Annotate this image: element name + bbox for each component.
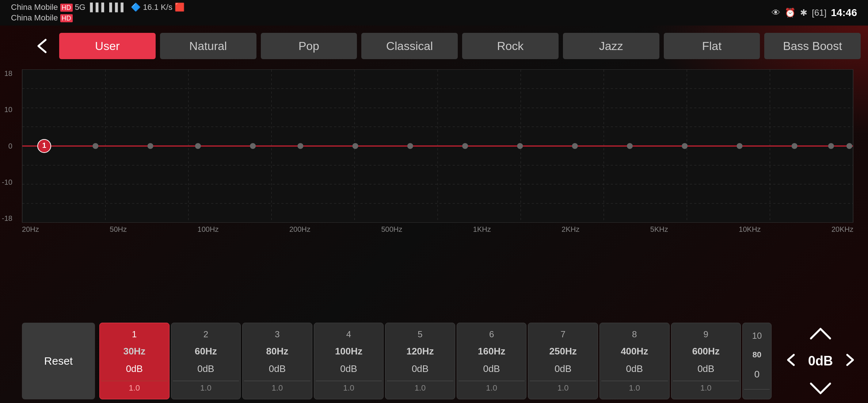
y-label-neg10: -10 — [2, 178, 12, 187]
band-10[interactable]: 10 80 0 — [742, 323, 772, 399]
band-4-q: 1.0 — [316, 381, 382, 393]
svg-point-31 — [627, 143, 633, 149]
band-9-q: 1.0 — [673, 381, 739, 393]
band-8-q: 1.0 — [601, 381, 668, 393]
band-3[interactable]: 3 80Hz 0dB 1.0 — [242, 323, 312, 399]
x-label-500hz: 500Hz — [381, 225, 402, 234]
back-button[interactable] — [29, 33, 55, 59]
y-label-neg18: -18 — [2, 214, 12, 223]
band-7[interactable]: 7 250Hz 0dB 1.0 — [528, 323, 598, 399]
band-2-db: 0dB — [197, 363, 214, 375]
band-7-num: 7 — [560, 329, 565, 339]
svg-point-34 — [792, 143, 797, 149]
band-1[interactable]: 1 30Hz 0dB 1.0 — [99, 323, 170, 399]
tab-bass-boost[interactable]: Bass Boost — [764, 33, 861, 59]
decrease-db-button[interactable] — [806, 377, 835, 399]
eq-chart-container: 18 10 0 -10 -18 — [22, 69, 853, 223]
svg-point-29 — [517, 143, 523, 149]
band-4[interactable]: 4 100Hz 0dB 1.0 — [314, 323, 384, 399]
x-label-100hz: 100Hz — [198, 225, 219, 234]
carrier1-label: China Mobile HD 5G ▌▌▌ ▌▌▌ 🔷 16.1 K/s 🟥 — [11, 2, 184, 13]
band-5-num: 5 — [418, 329, 422, 339]
svg-text:1: 1 — [42, 141, 46, 149]
band-6-num: 6 — [489, 329, 494, 339]
band-4-num: 4 — [346, 329, 351, 339]
x-label-50hz: 50Hz — [110, 225, 127, 234]
tab-natural[interactable]: Natural — [160, 33, 256, 59]
band-8-num: 8 — [632, 329, 637, 339]
band-9-num: 9 — [704, 329, 708, 339]
eye-icon: 👁 — [772, 8, 780, 18]
band-5-freq: 120Hz — [406, 346, 434, 357]
carrier2-label: China Mobile HD — [11, 13, 184, 23]
band-9-freq: 600Hz — [692, 346, 720, 357]
right-controls: 0dB — [773, 319, 868, 403]
svg-point-35 — [828, 143, 834, 149]
next-band-button[interactable] — [841, 352, 859, 370]
y-label-10: 10 — [2, 105, 12, 114]
svg-point-30 — [572, 143, 578, 149]
bluetooth-icon: ✱ — [800, 8, 807, 18]
band-9[interactable]: 9 600Hz 0dB 1.0 — [671, 323, 741, 399]
band-6-freq: 160Hz — [478, 346, 505, 357]
svg-point-24 — [250, 143, 256, 149]
x-label-5khz: 5KHz — [650, 225, 668, 234]
increase-db-button[interactable] — [806, 323, 835, 345]
y-axis-labels: 18 10 0 -10 -18 — [2, 69, 12, 223]
tab-classical[interactable]: Classical — [361, 33, 458, 59]
reset-button[interactable]: Reset — [22, 323, 95, 399]
status-right: 👁 ⏰ ✱ [61] 14:46 — [772, 7, 857, 19]
carrier-info: China Mobile HD 5G ▌▌▌ ▌▌▌ 🔷 16.1 K/s 🟥 … — [11, 2, 184, 23]
current-db-display: 0dB — [806, 353, 835, 369]
band-2-q: 1.0 — [173, 381, 239, 393]
tab-user[interactable]: User — [59, 33, 156, 59]
band-6[interactable]: 6 160Hz 0dB 1.0 — [457, 323, 527, 399]
band-10-num: 10 — [752, 331, 762, 341]
tab-flat[interactable]: Flat — [664, 33, 760, 59]
svg-point-28 — [462, 143, 468, 149]
alarm-icon: ⏰ — [785, 8, 796, 18]
x-label-20hz: 20Hz — [22, 225, 39, 234]
svg-point-33 — [736, 143, 742, 149]
band-8[interactable]: 8 400Hz 0dB 1.0 — [599, 323, 670, 399]
band-8-freq: 400Hz — [621, 346, 648, 357]
band-3-num: 3 — [275, 329, 279, 339]
db-display-row: 0dB — [782, 352, 859, 370]
x-axis-labels: 20Hz 50Hz 100Hz 200Hz 500Hz 1KHz 2KHz 5K… — [22, 225, 853, 234]
tab-pop[interactable]: Pop — [261, 33, 357, 59]
svg-point-26 — [353, 143, 358, 149]
band-10-db: 0 — [754, 369, 760, 380]
tab-rock[interactable]: Rock — [462, 33, 559, 59]
y-label-0: 0 — [2, 142, 12, 150]
svg-point-22 — [148, 143, 153, 149]
time-display: 14:46 — [831, 7, 857, 19]
band-2[interactable]: 2 60Hz 0dB 1.0 — [171, 323, 241, 399]
eq-chart[interactable]: 1 — [22, 69, 853, 223]
band-7-q: 1.0 — [530, 381, 596, 393]
band-2-freq: 60Hz — [195, 346, 217, 357]
band-7-db: 0dB — [555, 363, 571, 375]
tab-jazz[interactable]: Jazz — [563, 33, 659, 59]
band-3-freq: 80Hz — [266, 346, 289, 357]
band-5-db: 0dB — [412, 363, 429, 375]
prev-band-button[interactable] — [782, 352, 800, 370]
band-2-num: 2 — [203, 329, 208, 339]
status-bar: China Mobile HD 5G ▌▌▌ ▌▌▌ 🔷 16.1 K/s 🟥 … — [0, 0, 868, 26]
band-5-q: 1.0 — [387, 381, 453, 393]
x-label-1khz: 1KHz — [473, 225, 491, 234]
band-3-db: 0dB — [269, 363, 286, 375]
battery-indicator: [61] — [812, 8, 826, 18]
band-1-num: 1 — [132, 329, 137, 339]
band-1-q: 1.0 — [101, 381, 168, 393]
band-controls: Reset 1 30Hz 0dB 1.0 2 60Hz 0dB 1.0 3 80… — [0, 319, 868, 403]
svg-point-32 — [682, 143, 688, 149]
band-6-db: 0dB — [483, 363, 500, 375]
band-1-freq: 30Hz — [123, 346, 145, 357]
svg-point-25 — [297, 143, 303, 149]
main-content: User Natural Pop Classical Rock Jazz Fla… — [0, 26, 868, 403]
band-5[interactable]: 5 120Hz 0dB 1.0 — [385, 323, 455, 399]
band-10-q — [744, 389, 770, 392]
x-label-10khz: 10KHz — [739, 225, 761, 234]
y-label-18: 18 — [2, 69, 12, 78]
band-7-freq: 250Hz — [549, 346, 577, 357]
